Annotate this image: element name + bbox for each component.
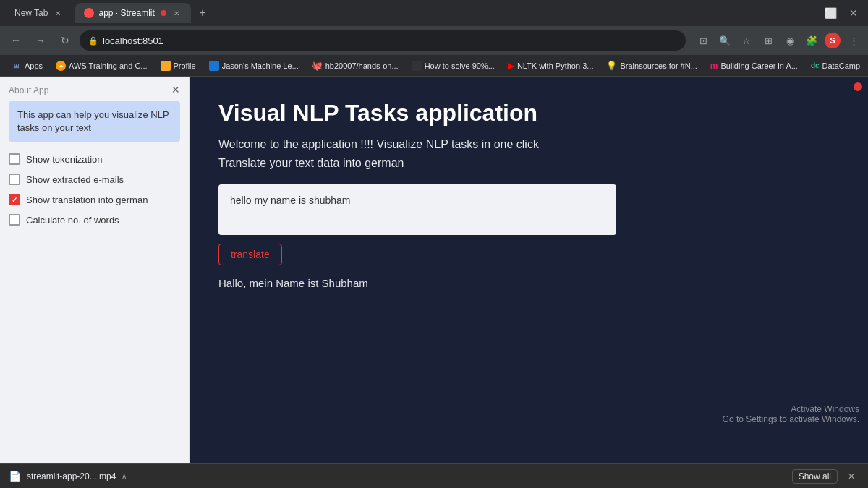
bookmarks-bar: ⊞ Apps ☁ AWS Training and C... Profile J…	[0, 55, 868, 77]
checkbox-translation-box[interactable]	[9, 194, 20, 205]
bookmark-hb[interactable]: 🐙 hb20007/hands-on...	[306, 59, 404, 72]
brain-icon: 💡	[606, 61, 617, 71]
minimize-button[interactable]: —	[799, 4, 816, 22]
bookmark-jasons-label: Jason's Machine Le...	[222, 61, 299, 70]
bookmark-building[interactable]: m Building Career in A...	[705, 59, 804, 72]
bookmark-profile[interactable]: Profile	[155, 59, 202, 72]
text-input[interactable]: hello my name is shubham	[218, 184, 616, 235]
windows-line2: Go to Settings to activate Windows.	[723, 414, 859, 424]
translation-result: Hallo, mein Name ist Shubham	[218, 277, 839, 289]
about-box: This app can help you visualize NLP task…	[9, 101, 180, 142]
tab-newtab[interactable]: New Tab ✕	[6, 3, 72, 23]
download-item: streamlit-app-20....mp4	[27, 471, 116, 481]
bookmark-hb-label: hb20007/hands-on...	[326, 61, 399, 70]
checkbox-tokenization-box[interactable]	[9, 153, 20, 165]
tab-streamlit-close[interactable]: ✕	[171, 8, 182, 19]
address-icons: ⊡ 🔍 ☆ ⊞ ◉ 🧩 S ⋮	[694, 32, 862, 49]
profile-icon	[161, 61, 171, 71]
extension-icon[interactable]: 🧩	[803, 32, 820, 49]
bookmark-jasons[interactable]: Jason's Machine Le...	[203, 59, 305, 72]
bookmark-aws[interactable]: ☁ AWS Training and C...	[50, 59, 153, 72]
back-button[interactable]: ←	[6, 30, 26, 51]
close-download-button[interactable]: ✕	[843, 470, 859, 483]
bookmark-nltk-label: NLTK with Python 3...	[517, 61, 594, 70]
bookmark-building-label: Building Career in A...	[721, 61, 798, 70]
content-area: ✕ About App This app can help you visual…	[0, 77, 868, 463]
bookmark-datacamp[interactable]: dc DataCamp	[805, 60, 866, 72]
checkbox-translation-label: Show translation into german	[26, 194, 148, 205]
bookmark-brain-label: Brainsources for #N...	[620, 61, 697, 70]
cast-icon[interactable]: ⊡	[694, 32, 712, 49]
bookmark-profile-label: Profile	[174, 61, 196, 70]
address-bar: ← → ↻ 🔒 localhost:8501 ⊡ 🔍 ☆ ⊞ ◉ 🧩 S ⋮	[0, 26, 868, 55]
maximize-button[interactable]: ⬜	[822, 4, 839, 22]
new-tab-button[interactable]: +	[194, 4, 211, 22]
bookmark-brain[interactable]: 💡 Brainsources for #N...	[600, 59, 702, 72]
apps-icon: ⊞	[12, 61, 22, 71]
close-button[interactable]: ✕	[845, 4, 862, 22]
bookmark-solve[interactable]: How to solve 90%...	[406, 59, 501, 72]
about-label: About App	[9, 85, 180, 95]
bookmark-solve-label: How to solve 90%...	[425, 61, 495, 70]
datacamp-icon: dc	[811, 61, 820, 69]
menu-icon[interactable]: ⋮	[845, 32, 862, 49]
url-bar[interactable]: 🔒 localhost:8501	[80, 30, 686, 51]
m-icon: m	[710, 61, 718, 71]
underlined-word: shubham	[309, 194, 351, 206]
tab-newtab-label: New Tab	[14, 8, 48, 18]
tab-streamlit[interactable]: app · Streamlit ✕	[75, 3, 190, 23]
profile-avatar[interactable]: S	[825, 33, 841, 48]
app-subtitle: Welcome to the application !!!! Visualiz…	[218, 138, 839, 151]
download-file-icon: 📄	[9, 471, 21, 482]
bookmark-datacamp-label: DataCamp	[822, 61, 861, 70]
aws-icon: ☁	[56, 61, 66, 71]
title-bar: New Tab ✕ app · Streamlit ✕ + — ⬜ ✕	[0, 0, 868, 26]
solve-icon	[412, 61, 422, 71]
main-content: Visual NLP Tasks application Welcome to …	[190, 77, 868, 463]
download-filename: streamlit-app-20....mp4	[27, 471, 116, 481]
download-chevron-icon[interactable]: ∧	[122, 472, 127, 480]
search-icon[interactable]: 🔍	[716, 32, 733, 49]
youtube-icon: ▶	[508, 61, 514, 71]
bookmark-nltk[interactable]: ▶ NLTK with Python 3...	[502, 59, 600, 72]
translate-button[interactable]: translate	[218, 244, 282, 265]
bookmark-apps-label: Apps	[25, 61, 43, 70]
app-title: Visual NLP Tasks application	[218, 100, 839, 127]
jasons-icon	[209, 61, 219, 71]
checkbox-translation[interactable]: Show translation into german	[9, 194, 180, 205]
screenshot-icon[interactable]: ⊞	[760, 32, 777, 49]
bottom-bar: 📄 streamlit-app-20....mp4 ∧ Show all ✕	[0, 463, 868, 488]
checkbox-emails-box[interactable]	[9, 174, 20, 185]
star-icon[interactable]: ☆	[738, 32, 755, 49]
checkbox-emails[interactable]: Show extracted e-mails	[9, 174, 180, 185]
tab-streamlit-label: app · Streamlit	[98, 8, 154, 18]
checkbox-wordcount[interactable]: Calculate no. of words	[9, 214, 180, 226]
checkbox-wordcount-box[interactable]	[9, 214, 20, 226]
bookmark-apps[interactable]: ⊞ Apps	[6, 59, 48, 72]
windows-watermark: Activate Windows Go to Settings to activ…	[723, 404, 859, 424]
streamlit-active-dot	[161, 10, 166, 16]
app-subtitle2: Translate your text data into german	[218, 157, 839, 170]
sidebar: ✕ About App This app can help you visual…	[0, 77, 190, 463]
url-text: localhost:8501	[103, 35, 163, 46]
checkbox-emails-label: Show extracted e-mails	[26, 174, 124, 185]
streamlit-favicon	[84, 8, 94, 18]
checkbox-wordcount-label: Calculate no. of words	[26, 215, 119, 226]
reload-button[interactable]: ↻	[55, 30, 75, 51]
title-bar-controls: — ⬜ ✕	[799, 4, 862, 22]
sidebar-close-button[interactable]: ✕	[169, 82, 183, 97]
forward-button[interactable]: →	[30, 30, 51, 51]
show-all-button[interactable]: Show all	[792, 469, 838, 484]
bookmark-aws-label: AWS Training and C...	[69, 61, 147, 70]
tab-newtab-close[interactable]: ✕	[52, 8, 64, 19]
checkbox-tokenization-label: Show tokenization	[26, 154, 103, 165]
browser-frame: New Tab ✕ app · Streamlit ✕ + — ⬜ ✕ ← → …	[0, 0, 868, 488]
checkbox-tokenization[interactable]: Show tokenization	[9, 153, 180, 165]
github-icon: 🐙	[312, 61, 323, 71]
red-dot	[854, 82, 862, 91]
windows-line1: Activate Windows	[723, 404, 859, 414]
chrome-icon[interactable]: ◉	[781, 32, 799, 49]
lock-icon: 🔒	[88, 36, 98, 46]
